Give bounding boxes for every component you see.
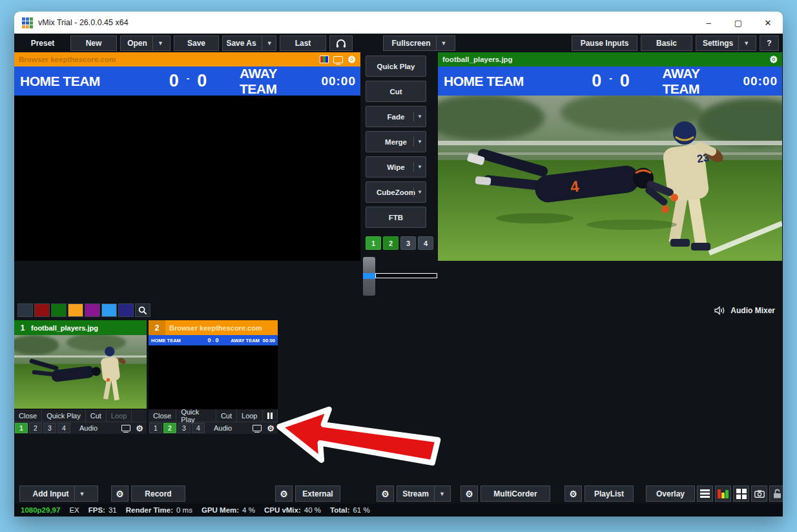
chevron-down-icon[interactable]: ▼ xyxy=(413,137,422,147)
settings-button[interactable]: Settings▼ xyxy=(696,36,756,51)
multicorder-settings-button[interactable]: ⚙ xyxy=(461,486,478,502)
overlay-2-button[interactable]: 2 xyxy=(29,423,42,433)
cut-button[interactable]: Cut xyxy=(366,81,426,102)
record-button[interactable]: Record xyxy=(131,486,185,502)
preview-header[interactable]: Browser keepthescore.com ⚙ xyxy=(14,52,360,66)
overlay-3-button[interactable]: 3 xyxy=(43,423,56,433)
loop-button[interactable]: Loop xyxy=(237,409,262,422)
overlay-button[interactable]: Overlay xyxy=(646,486,695,502)
help-button[interactable]: ? xyxy=(760,36,779,51)
playlist-button[interactable]: PlayList xyxy=(585,486,634,502)
transition-2-button[interactable]: 2 xyxy=(383,236,398,250)
chevron-down-icon[interactable]: ▼ xyxy=(413,112,422,121)
minimize-button[interactable]: – xyxy=(694,12,723,34)
audio-mixer-toggle[interactable]: Audio Mixer xyxy=(709,303,780,317)
cut-button[interactable]: Cut xyxy=(86,409,107,422)
chevron-down-icon[interactable]: ▼ xyxy=(152,36,163,50)
playlist-settings-button[interactable]: ⚙ xyxy=(564,486,582,502)
stream-button[interactable]: Stream▼ xyxy=(397,486,451,502)
overlay-2-button[interactable]: 2 xyxy=(163,423,176,433)
audio-button[interactable]: Audio xyxy=(214,424,232,432)
program-header[interactable]: football_players.jpg ⚙ xyxy=(438,52,782,66)
new-button[interactable]: New xyxy=(70,36,117,51)
input-2-thumbnail[interactable]: HOME TEAM 0 - 0 AWAY TEAM00:00 xyxy=(149,335,278,409)
close-button[interactable]: ✕ xyxy=(753,12,783,34)
cut-button[interactable]: Cut xyxy=(216,409,237,422)
color-swatch[interactable] xyxy=(68,303,83,317)
pause-inputs-button[interactable]: Pause Inputs xyxy=(572,36,637,51)
save-as-button[interactable]: Save As▼ xyxy=(222,36,276,51)
monitor-icon[interactable] xyxy=(333,56,343,63)
gear-icon[interactable]: ⚙ xyxy=(136,424,143,433)
audio-button[interactable]: Audio xyxy=(79,424,98,432)
color-swatch[interactable] xyxy=(17,303,33,317)
multicorder-button[interactable]: MultiCorder xyxy=(481,486,550,502)
fade-button[interactable]: Fade▼ xyxy=(366,106,426,127)
overlay-4-button[interactable]: 4 xyxy=(192,423,205,433)
color-bars-icon[interactable] xyxy=(320,56,329,63)
overlay-4-button[interactable]: 4 xyxy=(57,423,70,433)
color-swatch[interactable] xyxy=(101,303,117,317)
last-button[interactable]: Last xyxy=(280,36,326,51)
chevron-down-icon[interactable]: ▼ xyxy=(262,36,273,50)
input-1-thumbnail[interactable] xyxy=(14,335,147,409)
audio-mixer-label: Audio Mixer xyxy=(730,306,775,315)
transition-3-button[interactable]: 3 xyxy=(400,236,416,250)
gear-icon[interactable]: ⚙ xyxy=(769,55,778,64)
chevron-down-icon[interactable]: ▼ xyxy=(436,36,447,50)
transition-4-button[interactable]: 4 xyxy=(418,236,433,250)
lock-button[interactable] xyxy=(769,486,783,502)
color-swatch[interactable] xyxy=(51,303,67,317)
input-2-header[interactable]: 2 Browser keepthescore.com xyxy=(149,320,278,335)
overlay-3-button[interactable]: 3 xyxy=(178,423,191,433)
chevron-down-icon[interactable]: ▼ xyxy=(738,36,749,50)
color-swatch[interactable] xyxy=(85,303,100,317)
quick-play-button[interactable]: Quick Play xyxy=(42,409,86,422)
overlay-1-button[interactable]: 1 xyxy=(149,423,162,433)
ftb-button[interactable]: FTB xyxy=(366,207,426,228)
save-button[interactable]: Save xyxy=(174,36,219,51)
program-scoreboard: HOME TEAM 0 - 0 AWAY TEAM 00:00 xyxy=(438,66,782,96)
search-button[interactable] xyxy=(135,303,150,317)
preset-button[interactable]: Preset xyxy=(18,36,67,51)
quick-play-button[interactable]: Quick Play xyxy=(366,56,426,77)
snapshot-button[interactable] xyxy=(751,486,767,502)
fullscreen-monitor-icon[interactable] xyxy=(253,425,262,431)
open-button[interactable]: Open▼ xyxy=(120,36,171,51)
input-1-header[interactable]: 1 football_players.jpg xyxy=(14,320,147,335)
shortcuts-menu-button[interactable] xyxy=(697,486,713,502)
multiview-button[interactable] xyxy=(733,486,749,502)
color-swatch[interactable] xyxy=(34,303,50,317)
gear-icon[interactable]: ⚙ xyxy=(347,55,356,64)
overlay-1-button[interactable]: 1 xyxy=(15,423,28,433)
chevron-down-icon[interactable]: ▼ xyxy=(413,162,422,172)
fullscreen-monitor-icon[interactable] xyxy=(121,425,130,431)
headphones-button[interactable] xyxy=(329,36,353,51)
quick-play-button[interactable]: Quick Play xyxy=(176,409,216,422)
external-button[interactable]: External xyxy=(295,486,340,502)
audio-meters-button[interactable] xyxy=(715,486,731,502)
chevron-down-icon[interactable]: ▼ xyxy=(434,486,445,501)
basic-button[interactable]: Basic xyxy=(641,36,692,51)
wipe-button[interactable]: Wipe▼ xyxy=(366,156,426,178)
chevron-down-icon[interactable]: ▼ xyxy=(413,187,422,197)
record-settings-button[interactable]: ⚙ xyxy=(111,486,129,502)
transition-1-button[interactable]: 1 xyxy=(366,236,381,250)
program-video-area[interactable]: 23 4 xyxy=(438,96,782,261)
merge-button[interactable]: Merge▼ xyxy=(366,131,426,152)
transition-tbar-handle[interactable] xyxy=(363,257,375,296)
chevron-down-icon[interactable]: ▼ xyxy=(74,486,85,501)
stream-settings-button[interactable]: ⚙ xyxy=(377,486,394,502)
close-button[interactable]: Close xyxy=(149,409,176,422)
loop-button[interactable]: Loop xyxy=(107,409,132,422)
external-settings-button[interactable]: ⚙ xyxy=(275,486,293,502)
cubezoom-button[interactable]: CubeZoom▼ xyxy=(366,181,426,203)
maximize-button[interactable]: ▢ xyxy=(723,12,753,34)
preview-video-area[interactable] xyxy=(14,96,360,261)
transition-tbar-track[interactable] xyxy=(375,273,437,278)
resolution-indicator[interactable]: 1080p29,97 xyxy=(21,506,60,514)
fullscreen-button[interactable]: Fullscreen▼ xyxy=(383,36,455,51)
color-swatch[interactable] xyxy=(118,303,134,317)
add-input-button[interactable]: Add Input▼ xyxy=(19,486,98,502)
close-button[interactable]: Close xyxy=(14,409,42,422)
